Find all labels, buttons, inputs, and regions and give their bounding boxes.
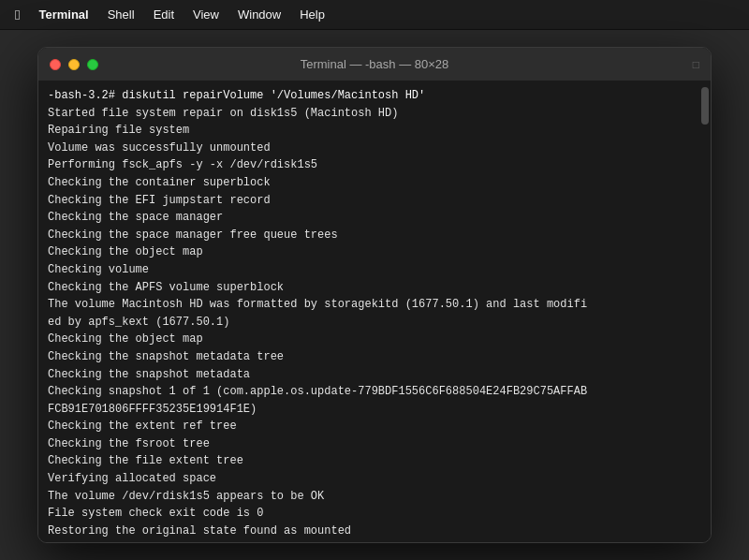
menu-shell[interactable]: Shell [100,6,142,23]
menu-terminal[interactable]: Terminal [31,6,95,23]
command-line: -bash-3.2# diskutil repairVolume '/Volum… [48,89,425,102]
close-button[interactable] [50,59,61,70]
apple-logo-icon[interactable]:  [7,7,27,22]
title-bar: Terminal — -bash — 80×28 □ [38,48,711,81]
minimize-button[interactable] [68,59,80,70]
terminal-content[interactable]: -bash-3.2# diskutil repairVolume '/Volum… [38,81,711,542]
window-title: Terminal — -bash — 80×28 [301,57,449,71]
terminal-output: -bash-3.2# diskutil repairVolume '/Volum… [48,87,701,542]
resize-icon: □ [693,58,699,71]
menu-help[interactable]: Help [292,6,332,23]
menu-window[interactable]: Window [230,6,288,23]
menu-view[interactable]: View [185,6,227,23]
scrollbar[interactable] [701,87,709,125]
menu-bar:  Terminal Shell Edit View Window Help [0,0,749,30]
terminal-window: Terminal — -bash — 80×28 □ -bash-3.2# di… [37,47,712,543]
desktop-area: Terminal — -bash — 80×28 □ -bash-3.2# di… [0,30,749,560]
maximize-button[interactable] [87,59,98,70]
traffic-lights [50,59,98,70]
menu-edit[interactable]: Edit [146,6,182,23]
